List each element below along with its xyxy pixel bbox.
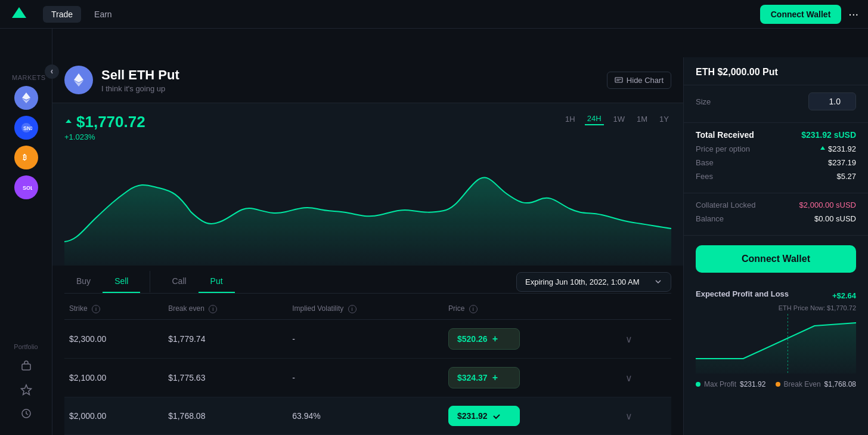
row0-plus-icon: + — [492, 334, 498, 344]
rp-fees-label: Fees — [696, 172, 713, 181]
rp-size-section: Size — [684, 85, 868, 123]
eth-price-now-label: ETH Price Now: $1,770.72 — [696, 304, 856, 311]
rp-size-label: Size — [696, 97, 711, 106]
row0-price-cell: $520.26 + — [444, 320, 616, 359]
row1-breakeven: $1,775.63 — [163, 359, 287, 397]
row2-price-button[interactable]: $231.92 — [448, 406, 520, 426]
size-input[interactable] — [808, 92, 856, 110]
history-nav-icon[interactable] — [14, 402, 38, 425]
row1-price-cell: $324.37 + — [444, 359, 616, 397]
rp-pnl-section: Expected Profit and Loss +$2.64 ETH Pric… — [684, 282, 868, 396]
table-row: $2,000.00 $1,768.08 63.94% $231.92 ∨ — [64, 397, 671, 435]
svg-rect-7 — [22, 364, 30, 370]
sidebar-toggle[interactable] — [45, 64, 59, 79]
rp-fees-value: $5.27 — [836, 172, 856, 181]
favorites-nav-icon[interactable] — [14, 378, 38, 402]
rp-balance-row: Balance $0.00 sUSD — [696, 214, 856, 223]
top-nav: Trade Earn Connect Wallet ··· — [0, 0, 868, 29]
sidebar-eth[interactable] — [14, 86, 38, 110]
legend-break-even-label: Break Even — [784, 380, 821, 388]
portfolio-nav-icon[interactable] — [14, 354, 38, 378]
app-logo — [10, 5, 29, 24]
tf-1h[interactable]: 1H — [563, 113, 578, 125]
rp-fees-row: Fees $5.27 — [696, 172, 856, 181]
col-strike: Strike i — [64, 298, 163, 320]
sidebar: Markets SNX ₿ SOL Portfolio — [0, 29, 52, 435]
col-price: Price i — [444, 298, 616, 320]
tf-1w[interactable]: 1W — [611, 113, 628, 125]
more-menu-button[interactable]: ··· — [848, 7, 858, 21]
strike-info-icon[interactable]: i — [92, 305, 100, 313]
svg-marker-8 — [21, 385, 31, 394]
right-panel: ETH $2,000.00 Put Size Total Received $2… — [683, 57, 868, 435]
rp-total-label: Total Received — [696, 130, 754, 140]
tab-put[interactable]: Put — [199, 270, 235, 293]
nav-trade[interactable]: Trade — [43, 6, 81, 23]
chart-area: $1,770.72 +1.023% 1H 24H 1W 1M 1Y — [52, 103, 683, 266]
col-breakeven: Break even i — [163, 298, 287, 320]
row2-strike: $2,000.00 — [64, 397, 163, 435]
legend-max-profit-value: $231.92 — [740, 380, 765, 388]
chart-price: $1,770.72 — [64, 113, 145, 131]
sidebar-btc[interactable]: ₿ — [14, 146, 38, 169]
rp-balance-value: $0.00 sUSD — [814, 214, 856, 223]
nav-links: Trade Earn — [43, 6, 760, 23]
hide-chart-button[interactable]: Hide Chart — [607, 72, 671, 89]
row1-strike: $2,100.00 — [64, 359, 163, 397]
legend-max-profit: Max Profit $231.92 — [696, 380, 765, 388]
chart-change: +1.023% — [64, 132, 145, 141]
row0-iv: - — [287, 320, 444, 359]
row1-expand: ∨ — [616, 359, 671, 397]
row2-expand-icon[interactable]: ∨ — [621, 411, 637, 421]
tab-call[interactable]: Call — [160, 270, 198, 293]
tab-separator — [150, 271, 150, 292]
hide-chart-label: Hide Chart — [627, 76, 664, 85]
row1-iv: - — [287, 359, 444, 397]
rp-collateral-row: Collateral Locked $2,000.00 sUSD — [696, 200, 856, 209]
row0-expand-icon[interactable]: ∨ — [621, 334, 637, 344]
rp-collateral-section: Collateral Locked $2,000.00 sUSD Balance… — [684, 193, 868, 236]
svg-text:₿: ₿ — [23, 153, 27, 162]
connect-wallet-panel-button[interactable]: Connect Wallet — [696, 245, 856, 273]
sidebar-sol[interactable]: SOL — [14, 175, 38, 199]
row2-price-cell: $231.92 — [444, 397, 616, 435]
table-row: $2,100.00 $1,775.63 - $324.37 + ∨ — [64, 359, 671, 397]
tab-buy[interactable]: Buy — [64, 270, 103, 293]
rp-base-value: $237.19 — [828, 158, 856, 167]
rp-base-label: Base — [696, 158, 714, 167]
rp-size-row: Size — [696, 92, 856, 110]
type-tab-group: Call Put — [160, 270, 234, 293]
svg-marker-0 — [12, 7, 26, 18]
row0-strike: $2,300.00 — [64, 320, 163, 359]
trading-area: Buy Sell Call Put Expiring Jun 10th, 202… — [52, 266, 683, 435]
pnl-chart — [696, 314, 856, 374]
page-title: Sell ETH Put — [101, 67, 179, 83]
tf-24h[interactable]: 24H — [585, 113, 604, 125]
rp-ppo-value: $231.92 — [820, 144, 856, 153]
iv-info-icon[interactable]: i — [348, 305, 356, 313]
rp-total-section: Total Received $231.92 sUSD Price per op… — [684, 123, 868, 193]
row1-expand-icon[interactable]: ∨ — [621, 373, 637, 383]
legend-break-even: Break Even $1,768.08 — [776, 380, 856, 388]
legend-dot-green — [696, 382, 700, 387]
row2-iv: 63.94% — [287, 397, 444, 435]
tf-1m[interactable]: 1M — [634, 113, 650, 125]
nav-earn[interactable]: Earn — [86, 6, 120, 23]
price-info-icon[interactable]: i — [469, 305, 478, 313]
expiry-label: Expiring Jun 10th, 2022, 1:00 AM — [525, 277, 640, 286]
tf-1y[interactable]: 1Y — [657, 113, 671, 125]
rp-collateral-label: Collateral Locked — [696, 200, 755, 209]
legend-max-profit-label: Max Profit — [704, 380, 736, 388]
tab-sell[interactable]: Sell — [103, 270, 140, 293]
connect-wallet-top-button[interactable]: Connect Wallet — [760, 5, 842, 24]
page-title-block: Sell ETH Put I think it's going up — [101, 67, 179, 93]
rp-title: ETH $2,000.00 Put — [684, 57, 868, 85]
tabs-row: Buy Sell Call Put Expiring Jun 10th, 202… — [64, 266, 671, 294]
row0-price-button[interactable]: $520.26 + — [448, 328, 520, 350]
expiry-dropdown[interactable]: Expiring Jun 10th, 2022, 1:00 AM — [516, 272, 671, 292]
breakeven-info-icon[interactable]: i — [209, 305, 217, 313]
sidebar-snx[interactable]: SNX — [14, 116, 38, 140]
row1-price-button[interactable]: $324.37 + — [448, 367, 520, 388]
rp-balance-label: Balance — [696, 214, 724, 223]
svg-marker-10 — [74, 73, 83, 82]
